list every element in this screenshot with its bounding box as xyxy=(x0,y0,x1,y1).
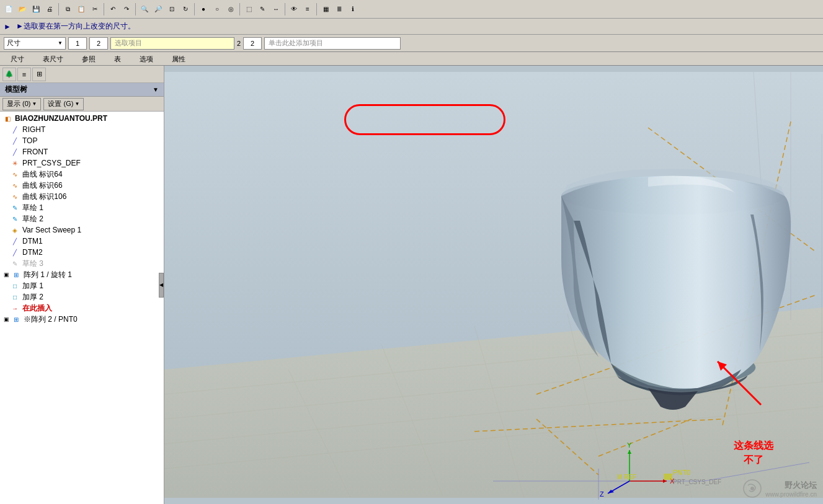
field1-input[interactable]: 1 xyxy=(68,37,87,50)
tree-item-thicken2[interactable]: □ 加厚 2 xyxy=(0,291,164,303)
thicken-icon-2: □ xyxy=(10,292,20,302)
tree-item-thicken1[interactable]: □ 加厚 1 xyxy=(0,280,164,291)
hint-bar: ► ►选取要在第一方向上改变的尺寸。 xyxy=(0,19,823,35)
display-dropdown-icon: ▼ xyxy=(32,101,37,107)
zoom-out-icon[interactable]: 🔎 xyxy=(152,3,164,15)
open-file-icon[interactable]: 📂 xyxy=(16,3,29,15)
analysis-icon[interactable]: ≣ xyxy=(333,3,345,15)
settings-dropdown-icon: ▼ xyxy=(74,101,79,107)
field3-input[interactable]: 2 xyxy=(243,37,262,50)
viewport-svg: X Y Z PNT0 PRT_CSYS_DEF M REF xyxy=(164,66,823,504)
expand-pattern2-icon[interactable]: ▣ xyxy=(2,316,10,323)
zoom-in-icon[interactable]: 🔍 xyxy=(138,3,151,15)
model-tree-icon[interactable]: 🌲 xyxy=(2,68,16,81)
svg-text:Z: Z xyxy=(600,490,604,498)
left-panel-icons: 🌲 ≡ ⊞ xyxy=(0,66,164,83)
insert-here-icon: → xyxy=(10,303,20,313)
paste-icon[interactable]: 📋 xyxy=(75,3,87,15)
print-icon[interactable]: 🖨 xyxy=(43,3,56,15)
tree-item-csys[interactable]: ✳ PRT_CSYS_DEF xyxy=(0,157,164,169)
csys-icon: ✳ xyxy=(10,158,20,168)
tab-properties[interactable]: 属性 xyxy=(166,53,191,65)
tree-item-curve106[interactable]: ∿ 曲线 标识106 xyxy=(0,191,164,202)
tree-item-sketch1[interactable]: ✎ 草绘 1 xyxy=(0,202,164,213)
model-tree-title: 模型树 xyxy=(5,84,27,95)
panel-collapse-handle[interactable]: ◀ xyxy=(159,273,164,298)
wireframe-icon[interactable]: ○ xyxy=(211,3,223,15)
plane-icon-dtm2: ╱ xyxy=(10,247,20,257)
viewport[interactable]: X Y Z PNT0 PRT_CSYS_DEF M REF 这条线选 不了 xyxy=(164,66,823,504)
separator-5 xyxy=(239,3,240,15)
svg-rect-37 xyxy=(664,474,672,480)
copy-icon[interactable]: ⧉ xyxy=(61,3,74,15)
dimension-type-dropdown[interactable]: 尺寸 ▼ xyxy=(4,37,66,50)
sketch-icon-1: ✎ xyxy=(10,203,20,213)
top-toolbar: 📄 📂 💾 🖨 ⧉ 📋 ✂ ↶ ↷ 🔍 🔎 ⊡ ↻ ● ○ ◎ ⬚ ✎ ↔ 👁 … xyxy=(0,0,823,19)
tree-item-dtm2[interactable]: ╱ DTM2 xyxy=(0,247,164,258)
tree-item-front[interactable]: ╱ FRONT xyxy=(0,146,164,157)
rotate-icon[interactable]: ↻ xyxy=(179,3,192,15)
svg-text:M REF: M REF xyxy=(617,474,636,480)
add-item-box[interactable]: 单击此处添加项目 xyxy=(264,37,401,50)
fit-view-icon[interactable]: ⊡ xyxy=(166,3,178,15)
info-icon[interactable]: ℹ xyxy=(347,3,359,15)
new-file-icon[interactable]: 📄 xyxy=(2,3,15,15)
tab-reference[interactable]: 参照 xyxy=(76,53,101,65)
svg-text:PRT_CSYS_DEF: PRT_CSYS_DEF xyxy=(673,479,721,485)
render-icon[interactable]: ▦ xyxy=(319,3,332,15)
tree-item-biaozhun[interactable]: ◧ BIAOZHUNZUANTOU.PRT xyxy=(0,113,164,124)
redo-icon[interactable]: ↷ xyxy=(120,3,133,15)
tree-item-pattern1[interactable]: ▣ ⊞ 阵列 1 / 旋转 1 xyxy=(0,269,164,280)
model-tree-header: 模型树 ▼ xyxy=(0,83,164,97)
tree-item-curve64[interactable]: ∿ 曲线 标识64 xyxy=(0,169,164,180)
tab-dimension[interactable]: 尺寸 xyxy=(5,53,30,65)
thicken-icon-1: □ xyxy=(10,281,20,291)
curve-icon-64: ∿ xyxy=(10,169,20,179)
tree-item-sketch3[interactable]: ✎ 草绘 3 xyxy=(0,258,164,269)
tab-table-dimension[interactable]: 表尺寸 xyxy=(37,53,69,65)
tree-item-dtm1[interactable]: ╱ DTM1 xyxy=(0,236,164,247)
svg-text:Y: Y xyxy=(627,441,632,449)
sketch-icon[interactable]: ✎ xyxy=(256,3,269,15)
save-file-icon[interactable]: 💾 xyxy=(30,3,42,15)
select-icon[interactable]: ⬚ xyxy=(242,3,255,15)
separator-1 xyxy=(58,3,59,15)
separator-2 xyxy=(104,3,104,15)
hint-text: ►选取要在第一方向上改变的尺寸。 xyxy=(16,21,135,32)
display-btn[interactable]: 显示 (0) ▼ xyxy=(2,98,41,110)
layer-panel-icon[interactable]: ≡ xyxy=(17,68,31,81)
tree-item-curve66[interactable]: ∿ 曲线 标识66 xyxy=(0,180,164,191)
tree-item-sketch2[interactable]: ✎ 草绘 2 xyxy=(0,213,164,224)
tree-item-pattern2[interactable]: ▣ ⊞ ※阵列 2 / PNT0 xyxy=(0,314,164,325)
sketch-icon-2: ✎ xyxy=(10,214,20,224)
settings-btn[interactable]: 设置 (G) ▼ xyxy=(43,98,84,110)
sketch-icon-3: ✎ xyxy=(10,259,20,268)
undo-icon[interactable]: ↶ xyxy=(107,3,119,15)
svg-text:PNT0: PNT0 xyxy=(673,469,690,476)
tree-item-top[interactable]: ╱ TOP xyxy=(0,135,164,146)
dimension-icon[interactable]: ↔ xyxy=(270,3,282,15)
part-icon: ◧ xyxy=(2,113,12,123)
plane-icon-right: ╱ xyxy=(10,125,20,135)
tree-item-right[interactable]: ╱ RIGHT xyxy=(0,124,164,135)
dimension-toolbar: 尺寸 ▼ 1 2 选取项目 2 2 单击此处添加项目 xyxy=(0,35,823,52)
tab-options[interactable]: 选项 xyxy=(134,53,159,65)
plane-icon-dtm1: ╱ xyxy=(10,236,20,246)
expand-pattern1-icon[interactable]: ▣ xyxy=(2,271,10,278)
left-panel: 🌲 ≡ ⊞ 模型树 ▼ 显示 (0) ▼ 设置 (G) ▼ ◧ BIAOZHUN… xyxy=(0,66,164,504)
tree-item-varsectsweep[interactable]: ◈ Var Sect Sweep 1 xyxy=(0,224,164,236)
collapse-icon[interactable]: ▼ xyxy=(153,86,159,93)
tab-table[interactable]: 表 xyxy=(109,53,127,65)
field2-input[interactable]: 2 xyxy=(89,37,108,50)
select-item-box[interactable]: 选取项目 xyxy=(110,37,234,50)
view-icon[interactable]: 👁 xyxy=(288,3,300,15)
layer-icon[interactable]: ≡ xyxy=(301,3,314,15)
hidden-icon[interactable]: ◎ xyxy=(225,3,237,15)
detail-panel-icon[interactable]: ⊞ xyxy=(32,68,46,81)
label2: 2 xyxy=(237,40,241,47)
plane-icon-front: ╱ xyxy=(10,147,20,157)
cut-icon[interactable]: ✂ xyxy=(89,3,101,15)
tree-item-insert-here[interactable]: → 在此插入 xyxy=(0,303,164,314)
dropdown-arrow-icon: ▼ xyxy=(58,40,63,46)
shaded-icon[interactable]: ● xyxy=(197,3,210,15)
